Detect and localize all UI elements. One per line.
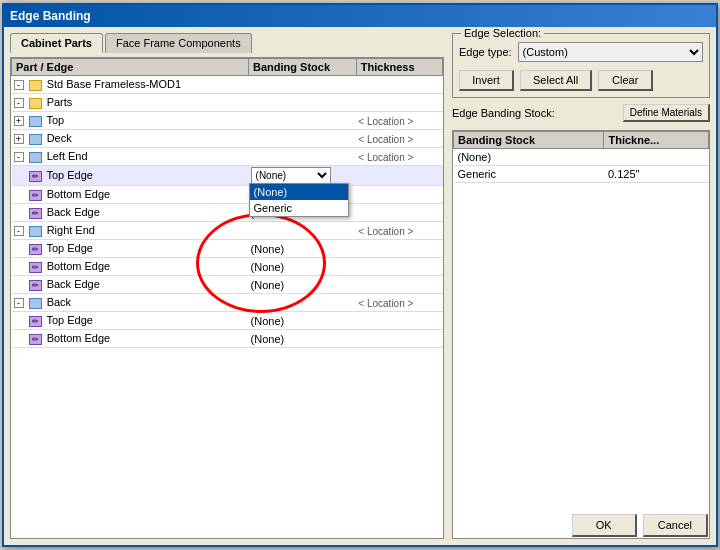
row-label: Top Edge <box>46 169 92 181</box>
part-icon <box>29 116 42 127</box>
tab-face-frame[interactable]: Face Frame Components <box>105 33 252 53</box>
row-label: Back Edge <box>47 206 100 218</box>
banding-cell <box>249 94 357 112</box>
tab-bar: Cabinet Parts Face Frame Components <box>10 33 444 53</box>
row-label: Top Edge <box>46 242 92 254</box>
table-row[interactable]: + Deck < Location > <box>12 130 443 148</box>
banding-name-cell: Generic <box>454 166 604 183</box>
banding-thickness-cell <box>604 149 709 166</box>
edge-type-select[interactable]: (Custom) <box>518 42 703 62</box>
pencil-icon: ✏ <box>29 280 42 291</box>
table-row[interactable]: + ✏ Bottom Edge (None) <box>12 186 443 204</box>
table-row[interactable]: + ✏ Back Edge (None) <box>12 204 443 222</box>
location-cell: < Location > <box>356 148 442 166</box>
table-row[interactable]: + ✏ Back Edge (None) <box>12 276 443 294</box>
invert-button[interactable]: Invert <box>459 70 514 91</box>
expand-icon[interactable]: - <box>14 226 24 236</box>
pencil-icon: ✏ <box>29 316 42 327</box>
expand-icon[interactable]: - <box>14 98 24 108</box>
table-row[interactable]: - Std Base Frameless-MOD1 <box>12 76 443 94</box>
folder-icon <box>29 98 42 109</box>
ok-button[interactable]: OK <box>572 514 637 537</box>
banding-cell <box>249 294 357 312</box>
folder-icon <box>29 80 42 91</box>
banding-thickness-cell: 0.125" <box>604 166 709 183</box>
pencil-icon: ✏ <box>29 190 42 201</box>
banding-cell <box>249 76 357 94</box>
table-row[interactable]: + ✏ Top Edge (None) <box>12 240 443 258</box>
location-cell: < Location > <box>356 130 442 148</box>
table-row[interactable]: + ✏ Bottom Edge (None) <box>12 258 443 276</box>
cancel-button[interactable]: Cancel <box>643 514 708 537</box>
edge-selection-label: Edge Selection: <box>461 27 544 39</box>
expand-icon[interactable]: + <box>14 116 24 126</box>
banding-cell: (None) <box>249 276 357 294</box>
row-label: Top <box>46 114 64 126</box>
row-label: Left End <box>47 150 88 162</box>
col-banding-thickness: Thickne... <box>604 132 709 149</box>
banding-header-row: Edge Banding Stock: Define Materials <box>452 104 710 122</box>
dropdown-menu[interactable]: (None) Generic <box>249 183 349 217</box>
row-label: Back <box>47 296 71 308</box>
row-label: Bottom Edge <box>47 260 111 272</box>
banding-table: Banding Stock Thickne... (None) Generic <box>453 131 709 183</box>
expand-icon[interactable]: - <box>14 298 24 308</box>
banding-dropdown[interactable]: (None) Generic <box>251 167 331 184</box>
location-cell: < Location > <box>356 222 442 240</box>
table-row[interactable]: - Left End < Location > <box>12 148 443 166</box>
banding-name-cell: (None) <box>454 149 604 166</box>
part-icon <box>29 226 42 237</box>
row-label: Right End <box>47 224 95 236</box>
table-row[interactable]: + Top < Location > <box>12 112 443 130</box>
row-label: Std Base Frameless-MOD1 <box>47 78 181 90</box>
select-all-button[interactable]: Select All <box>520 70 592 91</box>
banding-row[interactable]: Generic 0.125" <box>454 166 709 183</box>
expand-icon[interactable]: + <box>14 134 24 144</box>
table-row[interactable]: - Parts <box>12 94 443 112</box>
table-row[interactable]: + ✏ Top Edge (None) Generic <box>12 166 443 186</box>
part-icon <box>29 152 42 163</box>
thickness-cell <box>356 186 442 204</box>
tab-cabinet-parts[interactable]: Cabinet Parts <box>10 33 103 53</box>
expand-icon[interactable]: - <box>14 152 24 162</box>
row-label: Bottom Edge <box>47 188 111 200</box>
row-label: Parts <box>47 96 73 108</box>
table-row[interactable]: + ✏ Bottom Edge (None) <box>12 330 443 348</box>
banding-cell <box>249 148 357 166</box>
pencil-icon: ✏ <box>29 208 42 219</box>
edge-type-row: Edge type: (Custom) <box>459 42 703 62</box>
banding-cell: (None) <box>249 258 357 276</box>
table-row[interactable]: - Right End < Location > <box>12 222 443 240</box>
clear-button[interactable]: Clear <box>598 70 653 91</box>
part-icon <box>29 298 42 309</box>
right-panel: Edge Selection: Edge type: (Custom) Inve… <box>452 33 710 539</box>
define-materials-button[interactable]: Define Materials <box>623 104 710 122</box>
expand-icon[interactable]: - <box>14 80 24 90</box>
dropdown-option-none[interactable]: (None) <box>250 184 348 200</box>
row-label: Deck <box>47 132 72 144</box>
banding-cell <box>249 222 357 240</box>
col-part-edge: Part / Edge <box>12 59 249 76</box>
banding-cell[interactable]: (None) Generic (None) Generic <box>249 166 357 186</box>
location-cell: < Location > <box>356 112 442 130</box>
table-row[interactable]: + ✏ Top Edge (None) <box>12 312 443 330</box>
banding-row[interactable]: (None) <box>454 149 709 166</box>
thickness-cell <box>356 276 442 294</box>
thickness-cell <box>356 166 442 186</box>
edge-selection-group: Edge Selection: Edge type: (Custom) Inve… <box>452 33 710 98</box>
pencil-icon: ✏ <box>29 334 42 345</box>
row-label: Top Edge <box>46 314 92 326</box>
part-icon <box>29 134 42 145</box>
banding-cell <box>249 112 357 130</box>
edge-banding-dialog: Edge Banding Cabinet Parts Face Frame Co… <box>2 3 718 547</box>
banding-cell: (None) <box>249 330 357 348</box>
dropdown-option-generic[interactable]: Generic <box>250 200 348 216</box>
table-row[interactable]: - Back < Location > <box>12 294 443 312</box>
banding-cell <box>249 130 357 148</box>
banding-cell: (None) <box>249 240 357 258</box>
dialog-footer: OK Cancel <box>572 514 708 537</box>
thickness-cell <box>356 240 442 258</box>
part-edge-table: Part / Edge Banding Stock Thickness - St… <box>11 58 443 348</box>
col-thickness: Thickness <box>356 59 442 76</box>
tree-table-container: Part / Edge Banding Stock Thickness - St… <box>10 57 444 539</box>
